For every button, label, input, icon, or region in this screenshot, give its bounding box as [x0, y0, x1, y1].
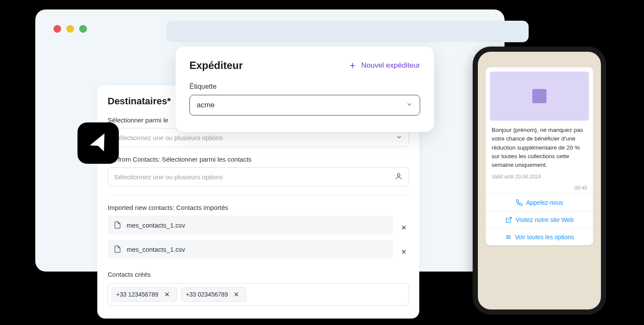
- window-controls: [53, 25, 87, 33]
- close-window-icon[interactable]: [53, 25, 61, 33]
- message-body: Bonjour {prénom}, ne manquez pas votre c…: [486, 125, 593, 185]
- etiquette-value: acme: [197, 101, 215, 109]
- remove-file-button[interactable]: [399, 222, 409, 233]
- created-contacts-input[interactable]: +33 123456789 +33 023456789: [108, 283, 409, 306]
- maximize-window-icon[interactable]: [79, 25, 87, 33]
- message-text: Bonjour {prénom}, ne manquez pas votre c…: [492, 126, 587, 169]
- remove-phone-button[interactable]: [162, 289, 172, 300]
- message-image-placeholder: [490, 72, 589, 121]
- action-label: Voir toutes les options: [515, 234, 574, 241]
- contacts-select-label: ect from Contacts: Sélectionner parmi le…: [108, 156, 409, 163]
- sender-panel: Expéditeur Nouvel expéditeur Étiquette a…: [176, 47, 434, 132]
- imported-file: mes_contacts_1.csv: [108, 240, 393, 259]
- phone-number: +33 023456789: [186, 291, 228, 298]
- remove-phone-button[interactable]: [231, 289, 242, 300]
- chevron-down-icon: [396, 134, 402, 142]
- file-name: mes_contacts_1.csv: [127, 246, 185, 253]
- etiquette-label: Étiquette: [189, 83, 420, 91]
- action-visit-site[interactable]: Visitez notre site Web: [486, 211, 593, 228]
- message-card: Bonjour {prénom}, ne manquez pas votre c…: [486, 67, 593, 245]
- svg-line-13: [508, 217, 511, 220]
- phone-preview: Bonjour {prénom}, ne manquez pas votre c…: [473, 47, 606, 315]
- action-label: Appelez-nous: [526, 199, 563, 206]
- imported-file: mes_contacts_1.csv: [108, 216, 393, 234]
- etiquette-select[interactable]: acme: [189, 95, 420, 116]
- chevron-down-icon: [406, 101, 413, 110]
- action-see-all[interactable]: Voir toutes les options: [486, 228, 593, 245]
- message-time: 09:45: [486, 185, 593, 194]
- external-link-icon: [505, 216, 512, 223]
- svg-point-12: [536, 92, 539, 95]
- phone-icon: [516, 199, 523, 206]
- file-icon: [114, 245, 121, 253]
- phone-tag: +33 023456789: [181, 287, 247, 302]
- image-icon: [530, 87, 549, 106]
- paper-plane-icon: [86, 131, 111, 156]
- send-app-icon: [77, 122, 119, 164]
- message-valid-until: Valid until 20.04.2024: [492, 173, 587, 181]
- menu-icon: [505, 234, 512, 241]
- action-call-us[interactable]: Appelez-nous: [486, 194, 593, 211]
- contacts-select[interactable]: Sélectionnez une ou plusieurs options: [108, 167, 409, 186]
- imported-contacts-label: Imported new contacts: Contacts importés: [108, 204, 409, 211]
- svg-point-0: [397, 174, 400, 176]
- phone-tag: +33 123456789: [111, 287, 177, 302]
- new-sender-label: Nouvel expéditeur: [361, 61, 420, 70]
- phone-number: +33 123456789: [116, 291, 158, 298]
- sender-title: Expéditeur: [189, 59, 243, 72]
- select-placeholder: Sélectionnez une ou plusieurs options: [114, 134, 223, 141]
- new-sender-button[interactable]: Nouvel expéditeur: [348, 61, 420, 70]
- created-contacts-label: Contacts créés: [108, 271, 409, 278]
- remove-file-button[interactable]: [399, 247, 409, 257]
- address-bar[interactable]: [166, 21, 529, 42]
- minimize-window-icon[interactable]: [66, 25, 74, 33]
- action-label: Visitez notre site Web: [516, 216, 574, 223]
- file-icon: [114, 221, 121, 229]
- file-name: mes_contacts_1.csv: [127, 222, 185, 229]
- person-icon: [395, 172, 402, 181]
- divider: [108, 195, 409, 195]
- plus-icon: [348, 61, 357, 70]
- select-placeholder: Sélectionnez une ou plusieurs options: [114, 173, 223, 181]
